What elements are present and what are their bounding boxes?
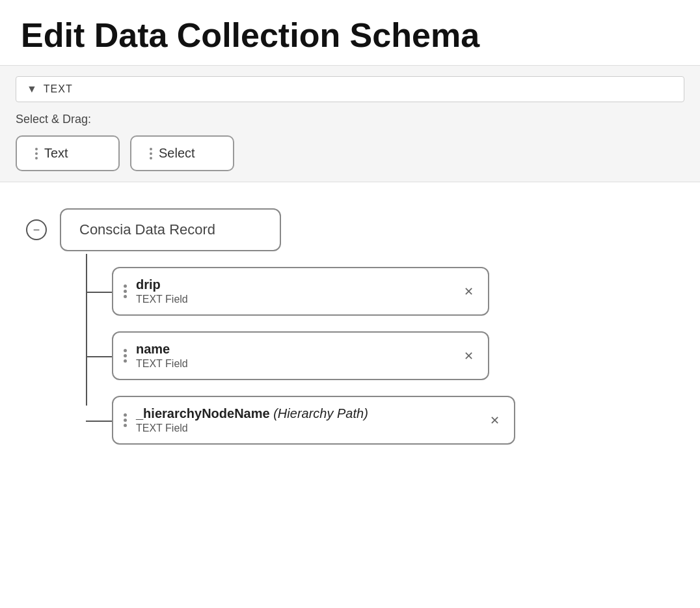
drag-text-button[interactable]: Text (16, 135, 120, 171)
field-info-name: name TEXT Field (136, 342, 459, 370)
collapse-button[interactable]: − (26, 219, 47, 240)
drag-select-button[interactable]: Select (130, 135, 234, 171)
field-close-drip[interactable]: ✕ (459, 283, 478, 301)
drag-text-label: Text (44, 146, 68, 161)
drag-select-label: Select (159, 146, 195, 161)
field-node-hierarchy: _hierarchyNodeName (Hierarchy Path) TEXT… (112, 396, 679, 445)
root-label: Conscia Data Record (79, 221, 215, 238)
field-name-name: name (136, 342, 459, 357)
select-drag-label: Select & Drag: (16, 113, 684, 126)
field-type-hierarchy: TEXT Field (136, 422, 485, 434)
schema-tree: − Conscia Data Record drip TEXT Field ✕ (21, 208, 679, 445)
drag-handle-select (150, 148, 152, 159)
field-drag-handle-hierarchy[interactable] (124, 413, 127, 427)
field-box-hierarchy: _hierarchyNodeName (Hierarchy Path) TEXT… (112, 396, 515, 445)
field-box-name: name TEXT Field ✕ (112, 331, 489, 380)
field-box-drip: drip TEXT Field ✕ (112, 267, 489, 316)
root-node: − Conscia Data Record (60, 208, 679, 251)
filter-bar[interactable]: ▼ TEXT (16, 76, 684, 102)
field-name-drip: drip (136, 277, 459, 292)
children-container: drip TEXT Field ✕ name TEXT Field ✕ (60, 267, 679, 445)
field-node-drip: drip TEXT Field ✕ (112, 267, 679, 316)
drag-handle-text (35, 148, 38, 159)
field-info-hierarchy: _hierarchyNodeName (Hierarchy Path) TEXT… (136, 406, 485, 434)
field-node-name: name TEXT Field ✕ (112, 331, 679, 380)
field-type-drip: TEXT Field (136, 294, 459, 305)
root-box: Conscia Data Record (60, 208, 281, 251)
page-title: Edit Data Collection Schema (0, 0, 700, 65)
field-type-name: TEXT Field (136, 358, 459, 370)
field-close-hierarchy[interactable]: ✕ (485, 411, 504, 430)
field-drag-handle-drip[interactable] (124, 284, 127, 298)
filter-text: TEXT (44, 83, 73, 95)
field-name-hierarchy: _hierarchyNodeName (Hierarchy Path) (136, 406, 485, 421)
toolbar: ▼ TEXT Select & Drag: Text Select (0, 65, 700, 182)
field-name-suffix-hierarchy: (Hierarchy Path) (270, 406, 368, 421)
field-close-name[interactable]: ✕ (459, 347, 478, 365)
drag-buttons-container: Text Select (16, 135, 684, 171)
filter-icon: ▼ (27, 83, 37, 95)
field-info-drip: drip TEXT Field (136, 277, 459, 305)
schema-area: − Conscia Data Record drip TEXT Field ✕ (0, 182, 700, 471)
field-drag-handle-name[interactable] (124, 349, 127, 363)
